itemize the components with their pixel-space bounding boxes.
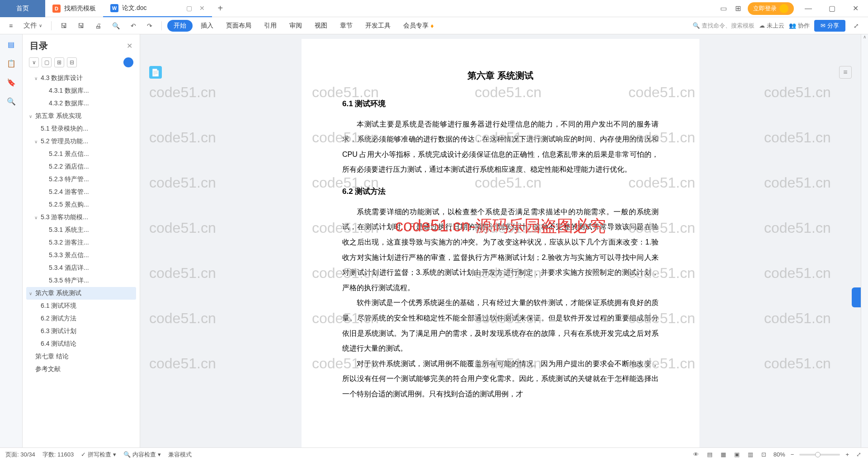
outline-item[interactable]: 6.1 测试环境 — [26, 300, 136, 312]
document-area[interactable]: 📄 ≡ 第六章 系统测试 6.1 测试环境 本测试主要是系统是否能够进行服务器进… — [140, 34, 861, 447]
outline-item[interactable]: 参考文献 — [26, 363, 136, 376]
word-count[interactable]: 字数: 11603 — [42, 451, 74, 459]
outline-item[interactable]: 5.3.5 特产详... — [26, 274, 136, 287]
view2-icon[interactable]: ▦ — [719, 451, 727, 459]
menu-view[interactable]: 视图 — [310, 20, 332, 32]
outline-item[interactable]: 5.2.5 景点购... — [26, 198, 136, 211]
redo-icon[interactable]: ↷ — [143, 20, 156, 31]
outline-item[interactable]: 5.2.3 特产管... — [26, 173, 136, 186]
bookmark-icon[interactable]: 🔖 — [6, 77, 17, 88]
login-button[interactable]: 立即登录 — [748, 2, 794, 15]
menu-citation[interactable]: 引用 — [259, 20, 281, 32]
outline-close-icon[interactable]: ✕ — [127, 42, 132, 50]
preview-icon[interactable]: 🔍 — [108, 20, 123, 31]
print-icon[interactable]: 🖨 — [91, 20, 105, 31]
outline-item[interactable]: ∨第五章 系统实现 — [26, 110, 136, 122]
start-tab[interactable]: 开始 — [167, 20, 193, 32]
paragraph: 本测试主要是系统是否能够进行服务器进行处理信息的能力，不同的用户发出不同的服务请… — [342, 117, 659, 177]
share-button[interactable]: ✉ 分享 — [814, 20, 845, 32]
menu-review[interactable]: 审阅 — [285, 20, 307, 32]
undo-icon[interactable]: ↶ — [127, 20, 140, 31]
eye-icon[interactable]: 👁 — [692, 451, 700, 459]
menu-insert[interactable]: 插入 — [196, 20, 218, 32]
watermark: code51.cn — [764, 174, 831, 191]
menu-vip[interactable]: 会员专享 ♦ — [399, 20, 438, 32]
watermark: code51.cn — [149, 355, 216, 372]
outline-item[interactable]: 6.2 测试方法 — [26, 312, 136, 325]
save2-icon[interactable]: 🖫 — [74, 20, 88, 31]
outline-title: 目录 — [30, 40, 48, 52]
file-menu[interactable]: 文件 ∨ — [20, 19, 46, 32]
collab-button[interactable]: 👥 协作 — [789, 22, 810, 30]
watermark: code51.cn — [764, 265, 831, 282]
clipboard-icon[interactable]: 📋 — [6, 58, 17, 69]
statusbar: 页面: 30/34 字数: 11603 ✓ 拼写检查 ▾ 🔍 内容检查 ▾ 兼容… — [0, 447, 868, 461]
search-rail-icon[interactable]: 🔍 — [6, 96, 17, 107]
outline-item[interactable]: 5.2.2 酒店信... — [26, 160, 136, 173]
outline-item[interactable]: 5.3.1 系统主... — [26, 224, 136, 236]
expand-minus-icon[interactable]: ⊟ — [67, 57, 77, 67]
outline-item[interactable]: 6.3 测试计划 — [26, 325, 136, 338]
collapse-all-icon[interactable]: ∨ — [29, 57, 39, 67]
zoom-out-icon[interactable]: − — [791, 451, 794, 458]
tab-templates[interactable]: D 找稻壳模板 — [45, 0, 103, 17]
apps-icon[interactable]: ⊞ — [733, 4, 742, 13]
zoom-label[interactable]: 80% — [774, 451, 785, 458]
outline-item[interactable]: 6.4 测试结论 — [26, 338, 136, 350]
view1-icon[interactable]: ▤ — [706, 451, 714, 459]
outline-item[interactable]: 第七章 结论 — [26, 350, 136, 363]
outline-item[interactable]: ∨第六章 系统测试 — [26, 287, 136, 300]
outline-item[interactable]: 5.1 登录模块的... — [26, 122, 136, 135]
zoom-in-icon[interactable]: + — [845, 451, 849, 458]
tab-popout-icon[interactable]: ▢ — [186, 5, 192, 12]
spell-check[interactable]: ✓ 拼写检查 ▾ — [81, 451, 116, 459]
view4-icon[interactable]: ▥ — [746, 451, 755, 459]
tab-close-icon[interactable]: ✕ — [199, 5, 205, 12]
sync-icon[interactable] — [123, 57, 133, 67]
outline-item[interactable]: 5.2.4 游客管... — [26, 186, 136, 198]
doc-tool-right-icon[interactable]: ≡ — [839, 66, 852, 79]
word-icon: W — [110, 4, 118, 12]
outline-item[interactable]: ∨5.2 管理员功能... — [26, 135, 136, 148]
maximize-button[interactable]: ▢ — [823, 0, 841, 17]
outline-item[interactable]: 4.3.1 数据库... — [26, 85, 136, 97]
close-button[interactable]: ✕ — [846, 0, 864, 17]
outline-item[interactable]: 5.2.1 景点信... — [26, 148, 136, 160]
compat-mode[interactable]: 兼容模式 — [168, 451, 192, 459]
side-tab[interactable] — [852, 287, 861, 307]
content-check[interactable]: 🔍 内容检查 ▾ — [123, 451, 161, 459]
outline-item[interactable]: 5.3.4 酒店详... — [26, 262, 136, 274]
minimize-button[interactable]: — — [799, 0, 817, 17]
scrollbar[interactable]: ∧ — [861, 34, 868, 447]
search-input[interactable]: 🔍 查找命令、搜索模板 — [693, 22, 755, 30]
expand-icon[interactable]: ⤢ — [850, 20, 863, 31]
expand-none-icon[interactable]: ▢ — [42, 57, 52, 67]
save-icon[interactable]: 🖫 — [57, 20, 71, 31]
menu-dev[interactable]: 开发工具 — [361, 20, 395, 32]
menu-chapter[interactable]: 章节 — [335, 20, 357, 32]
zoom-fit-icon[interactable]: ⊡ — [760, 451, 768, 459]
outline-item[interactable]: 4.3.2 数据库... — [26, 97, 136, 110]
watermark: code51.cn — [764, 84, 831, 101]
tab-document[interactable]: W 论文.doc ▢ ✕ — [103, 0, 212, 17]
scroll-up-icon[interactable]: ∧ — [861, 34, 868, 39]
tab-add-button[interactable]: + — [212, 3, 228, 14]
outline-item[interactable]: 5.3.3 景点信... — [26, 249, 136, 262]
outline-item[interactable]: 5.3.2 游客注... — [26, 236, 136, 249]
zoom-slider[interactable] — [799, 454, 840, 456]
layout-icon[interactable]: ▭ — [719, 4, 728, 13]
expand-plus-icon[interactable]: ⊞ — [54, 57, 64, 67]
menu-icon[interactable]: ≡ — [5, 20, 16, 31]
tab-home[interactable]: 首页 — [0, 0, 45, 17]
doc-icon: D — [52, 5, 61, 13]
menu-layout[interactable]: 页面布局 — [222, 20, 256, 32]
outline-icon[interactable]: ▤ — [6, 39, 17, 50]
fullscreen-icon[interactable]: ⤢ — [854, 451, 863, 459]
outline-item[interactable]: ∨5.3 游客功能模... — [26, 211, 136, 224]
doc-tool-left-icon[interactable]: 📄 — [149, 66, 162, 79]
cloud-button[interactable]: ☁ 未上云 — [759, 22, 784, 30]
outline-item[interactable]: ∨4.3 数据库设计 — [26, 72, 136, 85]
section-title-1: 6.1 测试环境 — [342, 96, 659, 112]
view3-icon[interactable]: ▣ — [733, 451, 741, 459]
page-indicator[interactable]: 页面: 30/34 — [5, 451, 35, 459]
